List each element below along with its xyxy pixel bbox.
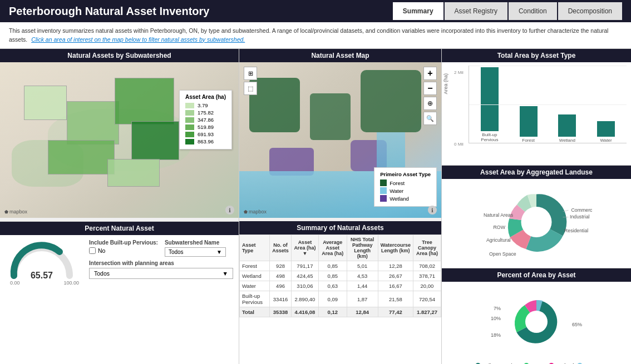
y-tick-max: 2 Mil	[454, 70, 464, 75]
table-row-forest: Forest 928 791,17 0,85 5,01 12,28 708,02	[240, 261, 441, 271]
bar-group-water: Water	[597, 121, 615, 143]
map-legend: Asset Area (ha) 3.79 175.82 347.86	[179, 90, 232, 149]
row-wetland-canopy: 378,71	[413, 271, 441, 281]
gauge-svg: 65.57	[6, 240, 78, 281]
row-forest-type: Forest	[240, 261, 270, 271]
row-water-canopy: 20,00	[413, 281, 441, 291]
table-row-water: Water 496 310,06 0,63 1,44 16,67 20,00	[240, 281, 441, 291]
row-forest-avg: 0,85	[318, 261, 347, 271]
controls-area: Include Built-up Pervious: No Subwatersh…	[89, 240, 233, 279]
tab-condition[interactable]: Condition	[509, 2, 557, 20]
map-icon-2[interactable]: ⬚	[244, 82, 257, 95]
row-water-count: 496	[270, 281, 292, 291]
row-total-area: 4.416,08	[291, 307, 318, 317]
row-water-watercourse: 16,67	[378, 281, 413, 291]
info-icon-right[interactable]: ℹ	[428, 206, 437, 215]
intersection-label: Intersection with planning areas	[89, 260, 233, 266]
row-water-type: Water	[240, 281, 270, 291]
asset-type-legend: Primeiro Asset Type Forest Water Wetland	[374, 167, 437, 207]
total-area-header: Total Area by Asset Type	[442, 49, 631, 62]
tab-summary[interactable]: Summary	[393, 2, 443, 20]
svg-text:Open Space: Open Space	[489, 251, 516, 257]
aggregated-landuse-panel: Asset Area by Aggregated Landuse	[442, 166, 631, 268]
legend-item-3: 347.86	[185, 117, 226, 123]
summary-table-header: Summary of Natural Assets	[239, 221, 441, 235]
row-forest-canopy: 708,02	[413, 261, 441, 271]
col-asset-type: AssetType	[240, 235, 270, 261]
bar-group-forest: Forest	[520, 106, 538, 143]
legend-item-4: 519.89	[185, 124, 226, 130]
summary-table: AssetType No. ofAssets AssetArea (ha) ▼ …	[239, 235, 441, 317]
map-controls: + − ⊕ 🔍	[423, 67, 437, 125]
subwatershed-name-label: Subwatershed Name	[165, 240, 226, 246]
legend-item-2: 175.82	[185, 109, 226, 116]
description-bar: This asset inventory summarizes natural …	[0, 22, 631, 49]
zoom-in-btn[interactable]: +	[423, 67, 437, 80]
svg-text:Commercial: Commercial	[571, 207, 593, 213]
row-wetland-count: 498	[270, 271, 292, 281]
table-row-total: Total 35338 4.416,08 0,12 12,84 77,42 1.…	[240, 307, 441, 317]
label-10pct: 10%	[491, 316, 501, 321]
right-column: Total Area by Asset Type Area (ha) 2 Mil…	[442, 49, 631, 364]
north-btn[interactable]: ⊕	[423, 97, 437, 110]
percent-area-panel: Percent of Area by Asset 7% 10% 18%	[442, 268, 631, 364]
row-builtup-type: Built-up Pervious	[240, 291, 270, 307]
row-forest-count: 928	[270, 261, 292, 271]
label-65pct: 65%	[572, 322, 582, 327]
row-forest-nhs: 5,01	[347, 261, 378, 271]
subwatershed-dropdown[interactable]: Todos ▼	[165, 247, 226, 257]
middle-column: Natural Asset Map + −	[239, 49, 442, 364]
row-total-avg: 0,12	[318, 307, 347, 317]
subwatershed-map[interactable]: Asset Area (ha) 3.79 175.82 347.86	[0, 62, 239, 218]
main-content: Natural Assets by Subwatershed	[0, 49, 631, 364]
row-total-canopy: 1.827,27	[413, 307, 441, 317]
natural-asset-map[interactable]: + − ⊕ 🔍 ⊞ ⬚ Primeiro Asset Type Forest	[239, 62, 441, 218]
header: Peterborough Natural Asset Inventory Sum…	[0, 0, 631, 22]
zoom-out-btn[interactable]: −	[423, 82, 437, 95]
subwatershed-header: Natural Assets by Subwatershed	[0, 49, 239, 62]
map-icon-1[interactable]: ⊞	[244, 67, 257, 80]
row-forest-watercourse: 12,28	[378, 261, 413, 271]
include-builtup-checkbox[interactable]	[89, 247, 96, 254]
svg-point-1	[521, 207, 552, 237]
svg-point-11	[525, 311, 548, 333]
gauge-container: 65.57 0.00 100.00	[6, 240, 83, 286]
row-wetland-avg: 0,85	[318, 271, 347, 281]
row-forest-area: 791,17	[291, 261, 318, 271]
percent-natural-panel: Percent Natural Asset 65.57 0.00 100.00	[0, 221, 239, 364]
svg-text:65.57: 65.57	[31, 271, 53, 280]
legend-item-1: 3.79	[185, 102, 226, 108]
mapbox-logo-right: ⬟mapbox	[244, 209, 267, 215]
label-18pct: 18%	[491, 332, 501, 338]
gauge-min: 0.00	[10, 280, 20, 286]
tab-decomposition[interactable]: Decomposition	[558, 2, 622, 20]
natural-asset-map-panel: Natural Asset Map + −	[239, 49, 441, 221]
legend-wetland: Wetland	[380, 195, 431, 202]
row-builtup-count: 33416	[270, 291, 292, 307]
row-wetland-watercourse: 26,67	[378, 271, 413, 281]
svg-text:Natural Areas: Natural Areas	[484, 212, 514, 218]
bar-wetland	[558, 114, 576, 137]
legend-item-6: 863.96	[185, 138, 226, 144]
left-column: Natural Assets by Subwatershed	[0, 49, 239, 364]
natural-asset-map-header: Natural Asset Map	[239, 49, 441, 62]
row-total-count: 35338	[270, 307, 292, 317]
col-avg-area: Average AssetArea (ha)	[318, 235, 347, 261]
label-7pct: 7%	[491, 306, 501, 311]
y-axis-label: Area (ha)	[443, 73, 448, 94]
search-area-btn[interactable]: 🔍	[423, 112, 437, 125]
y-tick-min: 0 Mil	[454, 142, 464, 147]
tab-asset-registry[interactable]: Asset Registry	[445, 2, 507, 20]
svg-text:Residential: Residential	[564, 228, 588, 233]
row-total-type: Total	[240, 307, 270, 317]
row-builtup-avg: 0,09	[318, 291, 347, 307]
row-wetland-type: Wetland	[240, 271, 270, 281]
col-canopy: Tree CanopyArea (ha)	[413, 235, 441, 261]
svg-text:Industrial: Industrial	[570, 214, 590, 220]
row-wetland-nhs: 4,53	[347, 271, 378, 281]
info-icon-left[interactable]: ℹ	[225, 206, 234, 215]
intersection-dropdown[interactable]: Todos ▼	[89, 268, 233, 279]
description-link[interactable]: Click an area of interest on the map bel…	[31, 36, 245, 43]
bar-group-wetland: Wetland	[558, 114, 576, 143]
col-asset-area: AssetArea (ha) ▼	[291, 235, 318, 261]
